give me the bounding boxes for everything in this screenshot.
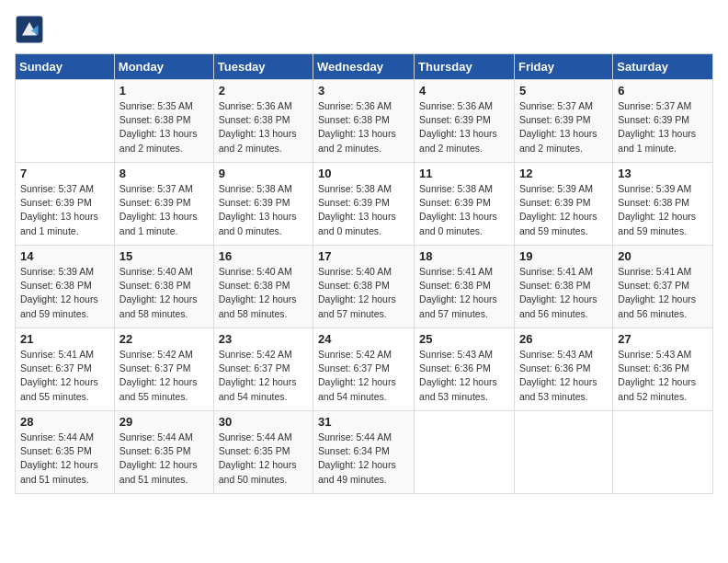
day-info: Sunrise: 5:41 AM Sunset: 6:38 PM Dayligh… (419, 265, 509, 321)
day-number: 5 (519, 84, 608, 98)
day-info: Sunrise: 5:36 AM Sunset: 6:38 PM Dayligh… (219, 99, 308, 155)
day-cell: 29Sunrise: 5:44 AM Sunset: 6:35 PM Dayli… (114, 411, 213, 494)
day-number: 8 (119, 167, 209, 180)
day-number: 21 (20, 332, 109, 346)
day-info: Sunrise: 5:43 AM Sunset: 6:36 PM Dayligh… (419, 348, 509, 404)
day-info: Sunrise: 5:37 AM Sunset: 6:39 PM Dayligh… (618, 99, 708, 155)
day-info: Sunrise: 5:44 AM Sunset: 6:35 PM Dayligh… (20, 431, 109, 487)
day-cell: 2Sunrise: 5:36 AM Sunset: 6:38 PM Daylig… (213, 80, 313, 163)
day-number: 24 (318, 332, 409, 346)
calendar-table: SundayMondayTuesdayWednesdayThursdayFrid… (15, 53, 713, 494)
day-cell: 27Sunrise: 5:43 AM Sunset: 6:36 PM Dayli… (613, 328, 713, 411)
day-cell: 23Sunrise: 5:42 AM Sunset: 6:37 PM Dayli… (213, 328, 313, 411)
day-cell: 16Sunrise: 5:40 AM Sunset: 6:38 PM Dayli… (213, 246, 313, 328)
day-cell: 18Sunrise: 5:41 AM Sunset: 6:38 PM Dayli… (415, 246, 515, 328)
day-number: 18 (419, 249, 509, 263)
header-monday: Monday (114, 54, 213, 80)
week-row-1: 1Sunrise: 5:35 AM Sunset: 6:38 PM Daylig… (16, 80, 713, 163)
day-number: 17 (318, 249, 409, 263)
day-cell (16, 80, 115, 163)
day-number: 31 (318, 415, 409, 429)
day-info: Sunrise: 5:43 AM Sunset: 6:36 PM Dayligh… (519, 348, 608, 404)
day-info: Sunrise: 5:37 AM Sunset: 6:39 PM Dayligh… (119, 182, 209, 238)
day-number: 23 (219, 332, 308, 346)
day-info: Sunrise: 5:35 AM Sunset: 6:38 PM Dayligh… (119, 99, 209, 155)
day-info: Sunrise: 5:38 AM Sunset: 6:39 PM Dayligh… (219, 182, 308, 238)
day-number: 16 (219, 249, 308, 263)
day-info: Sunrise: 5:42 AM Sunset: 6:37 PM Dayligh… (219, 348, 308, 404)
day-cell: 1Sunrise: 5:35 AM Sunset: 6:38 PM Daylig… (114, 80, 213, 163)
day-info: Sunrise: 5:44 AM Sunset: 6:35 PM Dayligh… (219, 431, 308, 487)
day-cell (415, 411, 515, 494)
day-cell (514, 411, 612, 494)
day-cell: 17Sunrise: 5:40 AM Sunset: 6:38 PM Dayli… (313, 246, 415, 328)
day-number: 29 (119, 415, 209, 429)
week-row-3: 14Sunrise: 5:39 AM Sunset: 6:38 PM Dayli… (16, 246, 713, 328)
day-number: 28 (20, 415, 109, 429)
day-cell: 6Sunrise: 5:37 AM Sunset: 6:39 PM Daylig… (613, 80, 713, 163)
day-cell: 31Sunrise: 5:44 AM Sunset: 6:34 PM Dayli… (313, 411, 415, 494)
day-number: 11 (419, 167, 509, 180)
day-cell: 11Sunrise: 5:38 AM Sunset: 6:39 PM Dayli… (415, 163, 515, 246)
day-cell: 15Sunrise: 5:40 AM Sunset: 6:38 PM Dayli… (114, 246, 213, 328)
day-number: 3 (318, 84, 409, 98)
day-number: 12 (519, 167, 608, 180)
day-info: Sunrise: 5:39 AM Sunset: 6:39 PM Dayligh… (519, 182, 608, 238)
day-cell: 9Sunrise: 5:38 AM Sunset: 6:39 PM Daylig… (213, 163, 313, 246)
day-info: Sunrise: 5:41 AM Sunset: 6:37 PM Dayligh… (618, 265, 708, 321)
day-cell: 7Sunrise: 5:37 AM Sunset: 6:39 PM Daylig… (16, 163, 115, 246)
day-number: 22 (119, 332, 209, 346)
day-info: Sunrise: 5:42 AM Sunset: 6:37 PM Dayligh… (119, 348, 209, 404)
day-cell: 8Sunrise: 5:37 AM Sunset: 6:39 PM Daylig… (114, 163, 213, 246)
header-row: SundayMondayTuesdayWednesdayThursdayFrid… (16, 54, 713, 80)
day-number: 19 (519, 249, 608, 263)
header-sunday: Sunday (16, 54, 115, 80)
day-number: 6 (618, 84, 708, 98)
day-cell: 14Sunrise: 5:39 AM Sunset: 6:38 PM Dayli… (16, 246, 115, 328)
day-number: 9 (219, 167, 308, 180)
week-row-2: 7Sunrise: 5:37 AM Sunset: 6:39 PM Daylig… (16, 163, 713, 246)
header-tuesday: Tuesday (213, 54, 313, 80)
day-number: 30 (219, 415, 308, 429)
logo-icon (15, 15, 44, 44)
day-cell: 4Sunrise: 5:36 AM Sunset: 6:39 PM Daylig… (415, 80, 515, 163)
day-cell: 10Sunrise: 5:38 AM Sunset: 6:39 PM Dayli… (313, 163, 415, 246)
day-cell (613, 411, 713, 494)
day-number: 7 (20, 167, 109, 180)
logo (15, 15, 48, 44)
day-info: Sunrise: 5:39 AM Sunset: 6:38 PM Dayligh… (20, 265, 109, 321)
day-cell: 20Sunrise: 5:41 AM Sunset: 6:37 PM Dayli… (613, 246, 713, 328)
day-info: Sunrise: 5:37 AM Sunset: 6:39 PM Dayligh… (519, 99, 608, 155)
week-row-4: 21Sunrise: 5:41 AM Sunset: 6:37 PM Dayli… (16, 328, 713, 411)
day-number: 20 (618, 249, 708, 263)
day-info: Sunrise: 5:42 AM Sunset: 6:37 PM Dayligh… (318, 348, 409, 404)
day-info: Sunrise: 5:44 AM Sunset: 6:35 PM Dayligh… (119, 431, 209, 487)
day-cell: 21Sunrise: 5:41 AM Sunset: 6:37 PM Dayli… (16, 328, 115, 411)
week-row-5: 28Sunrise: 5:44 AM Sunset: 6:35 PM Dayli… (16, 411, 713, 494)
day-info: Sunrise: 5:43 AM Sunset: 6:36 PM Dayligh… (618, 348, 708, 404)
day-cell: 25Sunrise: 5:43 AM Sunset: 6:36 PM Dayli… (415, 328, 515, 411)
day-cell: 22Sunrise: 5:42 AM Sunset: 6:37 PM Dayli… (114, 328, 213, 411)
header-wednesday: Wednesday (313, 54, 415, 80)
day-number: 10 (318, 167, 409, 180)
day-info: Sunrise: 5:38 AM Sunset: 6:39 PM Dayligh… (419, 182, 509, 238)
day-info: Sunrise: 5:39 AM Sunset: 6:38 PM Dayligh… (618, 182, 708, 238)
header-saturday: Saturday (613, 54, 713, 80)
day-cell: 28Sunrise: 5:44 AM Sunset: 6:35 PM Dayli… (16, 411, 115, 494)
day-info: Sunrise: 5:41 AM Sunset: 6:37 PM Dayligh… (20, 348, 109, 404)
day-number: 25 (419, 332, 509, 346)
day-cell: 12Sunrise: 5:39 AM Sunset: 6:39 PM Dayli… (514, 163, 612, 246)
day-cell: 5Sunrise: 5:37 AM Sunset: 6:39 PM Daylig… (514, 80, 612, 163)
day-number: 14 (20, 249, 109, 263)
day-info: Sunrise: 5:37 AM Sunset: 6:39 PM Dayligh… (20, 182, 109, 238)
day-cell: 13Sunrise: 5:39 AM Sunset: 6:38 PM Dayli… (613, 163, 713, 246)
page-header (15, 15, 713, 44)
day-cell: 26Sunrise: 5:43 AM Sunset: 6:36 PM Dayli… (514, 328, 612, 411)
day-number: 2 (219, 84, 308, 98)
day-number: 13 (618, 167, 708, 180)
day-number: 27 (618, 332, 708, 346)
day-number: 15 (119, 249, 209, 263)
day-cell: 30Sunrise: 5:44 AM Sunset: 6:35 PM Dayli… (213, 411, 313, 494)
day-info: Sunrise: 5:41 AM Sunset: 6:38 PM Dayligh… (519, 265, 608, 321)
day-info: Sunrise: 5:36 AM Sunset: 6:38 PM Dayligh… (318, 99, 409, 155)
